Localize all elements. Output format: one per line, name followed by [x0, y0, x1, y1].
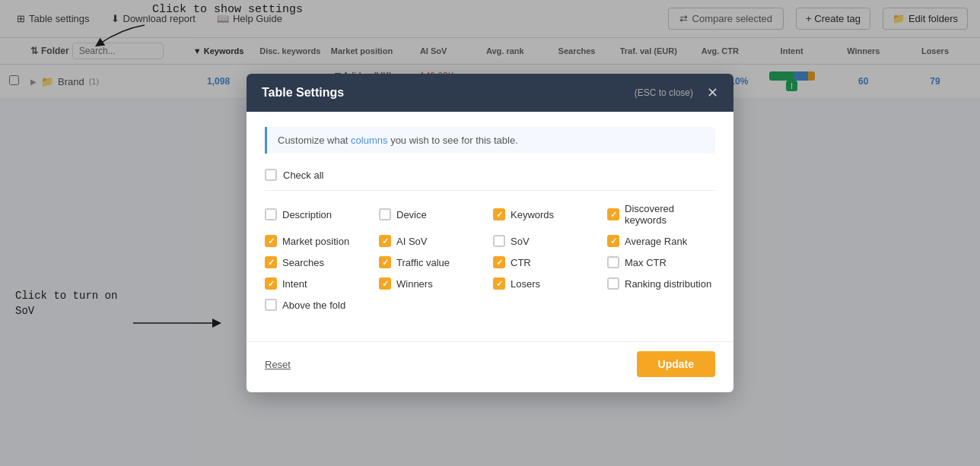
reset-button[interactable]: Reset — [265, 359, 291, 370]
cb-description[interactable] — [265, 208, 277, 220]
check-all-label: Check all — [283, 170, 323, 181]
checkbox-ranking-distribution: Ranking distribution — [607, 277, 715, 290]
check-all-checkbox[interactable] — [265, 169, 277, 181]
cb-ai-sov[interactable] — [379, 235, 391, 247]
checkbox-losers: Losers — [493, 277, 601, 290]
modal-info: Customize what columns you wish to see f… — [265, 127, 715, 154]
checkbox-above-the-fold: Above the fold — [265, 299, 373, 311]
check-all-row: Check all — [265, 169, 715, 191]
cb-losers[interactable] — [493, 277, 505, 290]
modal-close-button[interactable]: ✕ — [707, 84, 718, 101]
cb-ctr[interactable] — [493, 256, 505, 268]
checkbox-average-rank: Average Rank — [607, 235, 715, 247]
table-settings-modal: Table Settings (ESC to close) ✕ Customiz… — [247, 74, 733, 392]
checkbox-device: Device — [379, 203, 487, 226]
cb-keywords[interactable] — [493, 208, 505, 220]
cb-discovered-keywords[interactable] — [607, 208, 619, 220]
checkbox-ai-sov: AI SoV — [379, 235, 487, 247]
cb-winners[interactable] — [379, 277, 391, 290]
checkboxes-grid: Description Device Keywords Discovered k… — [265, 203, 715, 311]
cb-ranking-distribution[interactable] — [607, 277, 619, 290]
modal-overlay[interactable]: Table Settings (ESC to close) ✕ Customiz… — [0, 0, 980, 466]
checkbox-traffic-value: Traffic value — [379, 256, 487, 268]
checkbox-ctr: CTR — [493, 256, 601, 268]
checkbox-intent: Intent — [265, 277, 373, 290]
modal-header-actions: (ESC to close) ✕ — [635, 84, 718, 101]
modal-esc-hint: (ESC to close) — [635, 87, 693, 98]
checkbox-max-ctr: Max CTR — [607, 256, 715, 268]
cb-device[interactable] — [379, 208, 391, 220]
columns-link: columns — [351, 135, 387, 146]
modal-header: Table Settings (ESC to close) ✕ — [247, 74, 733, 112]
checkbox-searches: Searches — [265, 256, 373, 268]
cb-max-ctr[interactable] — [607, 256, 619, 268]
cb-average-rank[interactable] — [607, 235, 619, 247]
checkbox-keywords: Keywords — [493, 203, 601, 226]
cb-sov[interactable] — [493, 235, 505, 247]
cb-market-position[interactable] — [265, 235, 277, 247]
checkbox-winners: Winners — [379, 277, 487, 290]
cb-intent[interactable] — [265, 277, 277, 290]
modal-body: Customize what columns you wish to see f… — [247, 112, 733, 341]
cb-above-the-fold[interactable] — [265, 299, 277, 311]
modal-footer: Reset Update — [247, 341, 733, 392]
update-button[interactable]: Update — [637, 351, 715, 377]
checkbox-market-position: Market position — [265, 235, 373, 247]
cb-traffic-value[interactable] — [379, 256, 391, 268]
cb-searches[interactable] — [265, 256, 277, 268]
page-container: Click to show settings ⊞ Table settings … — [0, 0, 980, 466]
checkbox-discovered-keywords: Discovered keywords — [607, 203, 715, 226]
checkbox-description: Description — [265, 203, 373, 226]
modal-title: Table Settings — [262, 86, 344, 100]
checkbox-sov: SoV — [493, 235, 601, 247]
